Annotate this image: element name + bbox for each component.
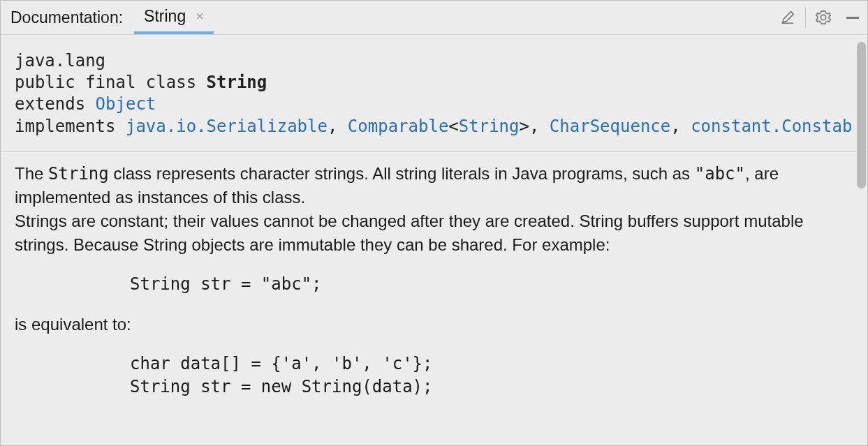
tab-label: String bbox=[144, 7, 186, 26]
para-1: The String class represents character st… bbox=[15, 162, 852, 209]
documentation-panel: Documentation: String × java.lang public… bbox=[0, 0, 868, 446]
tab-string[interactable]: String × bbox=[134, 1, 214, 34]
class-name: String bbox=[207, 73, 267, 92]
class-signature: java.lang public final class String exte… bbox=[1, 35, 867, 152]
sep: , bbox=[328, 117, 348, 136]
modifiers: public final class bbox=[15, 73, 196, 92]
link-string-param[interactable]: String bbox=[459, 117, 520, 136]
code-block-1: String str = "abc"; bbox=[15, 256, 852, 312]
gt: > bbox=[520, 117, 529, 136]
extends-keyword: extends bbox=[15, 94, 85, 114]
settings-button[interactable] bbox=[809, 1, 838, 34]
link-serializable[interactable]: java.io.Serializable bbox=[126, 117, 328, 136]
close-icon[interactable]: × bbox=[196, 9, 204, 23]
sep: , bbox=[670, 117, 691, 136]
para-2: Strings are constant; their values canno… bbox=[15, 209, 852, 256]
panel-title: Documentation: bbox=[1, 1, 134, 34]
hide-button[interactable] bbox=[838, 1, 867, 34]
lt: < bbox=[448, 117, 458, 136]
para-3: is equivalent to: bbox=[15, 313, 852, 336]
inline-code: String bbox=[48, 164, 109, 184]
link-comparable[interactable]: Comparable bbox=[348, 117, 449, 136]
pencil-icon bbox=[780, 10, 795, 25]
link-object[interactable]: Object bbox=[96, 94, 156, 114]
inline-code: "abc" bbox=[695, 164, 745, 184]
separator bbox=[805, 7, 806, 28]
gear-icon bbox=[816, 10, 831, 25]
text: The bbox=[15, 164, 48, 183]
edit-button[interactable] bbox=[773, 1, 802, 34]
spacer bbox=[214, 1, 773, 34]
scrollbar-thumb[interactable] bbox=[857, 42, 866, 188]
minimize-icon bbox=[846, 17, 859, 19]
implements-keyword: implements bbox=[15, 117, 116, 136]
code-block-2: char data[] = {'a', 'b', 'c'}; String st… bbox=[15, 336, 852, 415]
package-name: java.lang bbox=[15, 50, 867, 72]
link-constable[interactable]: constant.Constab bbox=[691, 117, 852, 136]
link-charsequence[interactable]: CharSequence bbox=[550, 117, 670, 136]
doc-content: java.lang public final class String exte… bbox=[1, 35, 867, 445]
extends-line: extends Object bbox=[15, 94, 867, 115]
content-area: java.lang public final class String exte… bbox=[1, 35, 867, 445]
panel-header: Documentation: String × bbox=[1, 1, 867, 35]
class-declaration: public final class String bbox=[15, 72, 867, 94]
sep: , bbox=[529, 117, 550, 136]
text: class represents character strings. All … bbox=[109, 164, 695, 183]
implements-line: implements java.io.Serializable, Compara… bbox=[15, 116, 867, 137]
description: The String class represents character st… bbox=[1, 152, 867, 430]
tab-bar: String × bbox=[134, 1, 214, 34]
